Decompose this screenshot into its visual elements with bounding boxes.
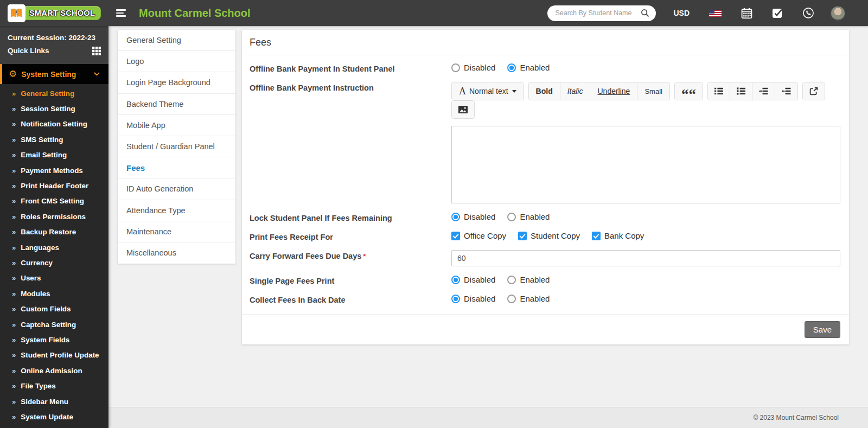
icon-button-group [451, 100, 475, 119]
sidebar-item-session-setting[interactable]: »Session Setting [0, 101, 108, 116]
quick-links-toggle[interactable]: Quick Links [8, 44, 101, 58]
double-chevron-icon: » [12, 151, 16, 159]
settings-tab-attendance-type[interactable]: Attendance Type [118, 200, 235, 221]
form-row-offline-bank-payment-instruction: Offline Bank Payment InstructionANormal … [250, 78, 840, 208]
page-footer: © 2023 Mount Carmel School [108, 407, 868, 428]
fees-settings-card: Fees Offline Bank Payment In Student Pan… [242, 30, 849, 344]
sidebar-item-backup-restore[interactable]: »Backup Restore [0, 225, 108, 240]
offline-bank-payment-in-student-panel-radio-disabled[interactable]: Disabled [451, 63, 495, 72]
font-style-a-icon: A [459, 86, 466, 97]
language-flag-icon[interactable] [709, 10, 722, 17]
double-chevron-icon: » [12, 228, 16, 236]
print-fees-receipt-for-checkbox-student-copy[interactable]: Student Copy [518, 231, 580, 240]
sidebar-item-student-profile-update[interactable]: »Student Profile Update [0, 348, 108, 363]
picture-icon[interactable] [452, 101, 474, 118]
sidebar-item-label: Users [21, 274, 41, 282]
field-control: ANormal textBoldItalicUnderlineSmall““ [451, 82, 840, 203]
settings-tab-login-page-background[interactable]: Login Page Background [118, 72, 235, 93]
calendar-icon[interactable] [741, 8, 752, 19]
lock-student-panel-if-fees-remaining-radio-disabled[interactable]: Disabled [451, 212, 495, 221]
hamburger-menu-icon[interactable] [116, 9, 126, 17]
radio-checked-icon [451, 276, 460, 284]
collect-fees-in-back-date-radio-enabled[interactable]: Enabled [507, 294, 550, 303]
collect-fees-in-back-date-radio-disabled[interactable]: Disabled [451, 294, 495, 303]
sidebar-item-currency[interactable]: »Currency [0, 255, 108, 270]
offline-bank-payment-in-student-panel-radio-enabled[interactable]: Enabled [507, 63, 550, 72]
share-icon[interactable] [803, 82, 825, 100]
underline-button[interactable]: Underline [590, 82, 637, 100]
form-row-offline-bank-payment-in-student-panel: Offline Bank Payment In Student PanelDis… [250, 59, 840, 78]
field-label: Collect Fees In Back Date [250, 294, 451, 304]
sidebar-item-languages[interactable]: »Languages [0, 240, 108, 255]
ordered-list-icon[interactable] [730, 82, 752, 100]
print-fees-receipt-for-checkbox-bank-copy[interactable]: Bank Copy [592, 231, 644, 240]
user-avatar[interactable] [831, 6, 845, 21]
radio-label: Enabled [520, 294, 550, 303]
save-button[interactable]: Save [805, 321, 840, 338]
sidebar-item-modules[interactable]: »Modules [0, 286, 108, 301]
search-icon[interactable] [640, 8, 650, 18]
sidebar-item-label: Notification Setting [21, 120, 87, 128]
italic-button[interactable]: Italic [560, 82, 590, 100]
sidebar-item-file-types[interactable]: »File Types [0, 378, 108, 393]
sidebar-item-label: Custom Fields [21, 305, 71, 313]
icon-button-group: ““ [674, 82, 703, 100]
settings-tab-student-guardian-panel[interactable]: Student / Guardian Panel [118, 136, 235, 157]
quote-icon[interactable]: ““ [675, 82, 703, 100]
sidebar-item-label: Online Admission [21, 367, 82, 375]
offline-bank-payment-instruction-editor-area[interactable] [451, 126, 840, 203]
print-fees-receipt-for-checkbox-office-copy[interactable]: Office Copy [451, 231, 506, 240]
outdent-icon[interactable] [752, 82, 775, 100]
sidebar-item-label: Modules [21, 290, 50, 298]
settings-tab-general-setting[interactable]: General Setting [118, 30, 235, 51]
sidebar-item-general-setting[interactable]: »General Setting [0, 86, 108, 101]
double-chevron-icon: » [12, 244, 16, 252]
sidebar-item-label: Sidebar Menu [21, 398, 68, 406]
checkbox-checked-icon [518, 232, 527, 240]
sidebar-item-captcha-setting[interactable]: »Captcha Setting [0, 317, 108, 332]
unordered-list-icon[interactable] [708, 82, 730, 100]
sidebar-item-front-cms-setting[interactable]: »Front CMS Setting [0, 194, 108, 209]
sidebar-item-roles-permissions[interactable]: »Roles Permissions [0, 209, 108, 224]
whatsapp-icon[interactable] [802, 7, 814, 19]
task-check-icon[interactable] [772, 8, 783, 18]
search-input[interactable] [555, 9, 640, 17]
sidebar-section-system-setting[interactable]: ⚙ System Setting [0, 64, 108, 84]
lock-student-panel-if-fees-remaining-radio-enabled[interactable]: Enabled [507, 212, 550, 221]
small-button[interactable]: Small [637, 82, 669, 100]
settings-tab-miscellaneous[interactable]: Miscellaneous [118, 242, 235, 264]
settings-tab-id-auto-generation[interactable]: ID Auto Generation [118, 178, 235, 200]
sidebar-item-system-fields[interactable]: »System Fields [0, 332, 108, 347]
quick-links-label: Quick Links [8, 44, 49, 58]
sidebar-item-system-update[interactable]: »System Update [0, 409, 108, 424]
paragraph-style-dropdown[interactable]: ANormal text [452, 82, 524, 100]
sidebar-item-payment-methods[interactable]: »Payment Methods [0, 163, 108, 178]
sidebar-item-sidebar-menu[interactable]: »Sidebar Menu [0, 394, 108, 409]
sidebar-item-sms-setting[interactable]: »SMS Setting [0, 132, 108, 147]
settings-tab-backend-theme[interactable]: Backend Theme [118, 94, 235, 115]
sidebar-item-notification-setting[interactable]: »Notification Setting [0, 117, 108, 132]
double-chevron-icon: » [12, 120, 16, 128]
sidebar-item-email-setting[interactable]: »Email Setting [0, 148, 108, 163]
settings-tab-fees[interactable]: Fees [118, 157, 235, 178]
indent-icon[interactable] [775, 82, 797, 100]
field-control: DisabledEnabled [451, 275, 840, 284]
sidebar-item-custom-fields[interactable]: »Custom Fields [0, 301, 108, 316]
double-chevron-icon: » [12, 274, 16, 282]
double-chevron-icon: » [12, 321, 16, 329]
single-page-fees-print-radio-disabled[interactable]: Disabled [451, 275, 495, 284]
bold-button[interactable]: Bold [529, 82, 560, 100]
sidebar-item-users[interactable]: »Users [0, 271, 108, 286]
settings-tab-maintenance[interactable]: Maintenance [118, 221, 235, 242]
book-logo-icon [8, 4, 25, 22]
settings-tab-mobile-app[interactable]: Mobile App [118, 115, 235, 136]
sidebar-item-online-admission[interactable]: »Online Admission [0, 363, 108, 378]
single-page-fees-print-radio-enabled[interactable]: Enabled [507, 275, 550, 284]
sidebar-item-print-header-footer[interactable]: »Print Header Footer [0, 178, 108, 193]
field-label: Offline Bank Payment Instruction [250, 82, 451, 92]
carry-forward-fees-due-days-input[interactable] [451, 250, 840, 266]
app-logo[interactable]: SMART SCHOOL [0, 0, 108, 26]
settings-tab-logo[interactable]: Logo [118, 51, 235, 72]
currency-selector[interactable]: USD [673, 9, 690, 17]
radio-label: Disabled [464, 294, 495, 303]
